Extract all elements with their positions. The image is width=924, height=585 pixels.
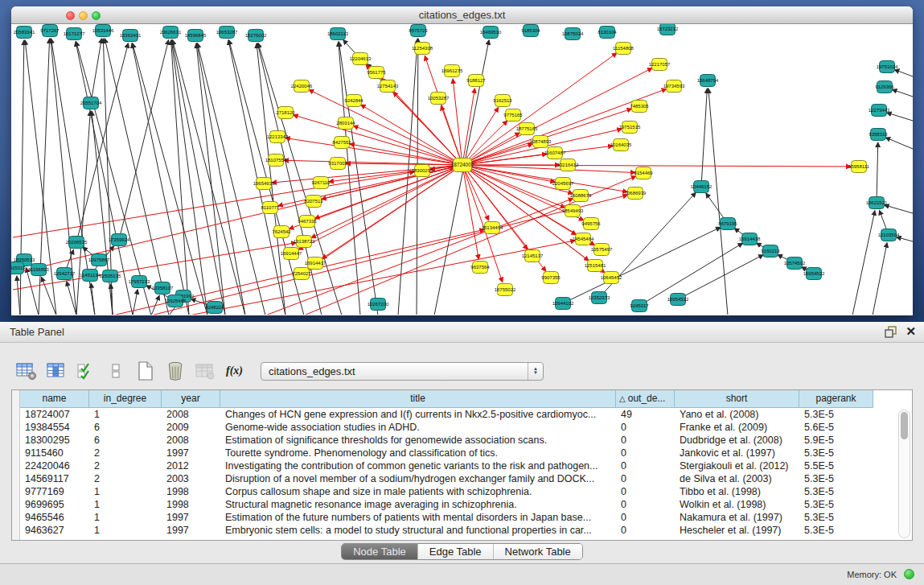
graph-node[interactable]: 9242844 bbox=[344, 95, 363, 107]
graph-node[interactable]: 9248224 bbox=[205, 302, 224, 314]
graph-node[interactable]: 18300295 bbox=[412, 165, 433, 177]
graph-node[interactable]: 9162513 bbox=[493, 95, 512, 107]
graph-edge[interactable] bbox=[171, 40, 207, 315]
graph-node[interactable]: 9467335 bbox=[298, 216, 317, 228]
graph-node[interactable]: 9245017 bbox=[630, 300, 649, 312]
graph-node[interactable]: 9915013 bbox=[11, 262, 26, 274]
graph-node[interactable]: 12505135 bbox=[100, 270, 121, 282]
graph-edge[interactable] bbox=[91, 39, 101, 103]
function-builder-icon[interactable]: f(x) bbox=[220, 359, 249, 383]
column-header-in-degree[interactable]: in_degree bbox=[89, 390, 162, 408]
graph-edge[interactable] bbox=[133, 43, 207, 315]
graph-node[interactable]: 12352373 bbox=[589, 292, 610, 304]
graph-node[interactable]: 13216412 bbox=[557, 159, 579, 171]
graph-edge[interactable] bbox=[353, 126, 462, 165]
graph-node[interactable]: 2718120 bbox=[276, 107, 295, 119]
graph-node[interactable]: 10653287 bbox=[216, 27, 238, 39]
column-header-pagerank[interactable]: pagerank bbox=[799, 390, 873, 408]
graph-node[interactable]: 12103504 bbox=[878, 229, 900, 241]
graph-node[interactable]: 9495756 bbox=[581, 218, 601, 230]
graph-node[interactable]: 22045697 bbox=[552, 178, 574, 190]
graph-edge[interactable] bbox=[119, 40, 169, 240]
tab-edge-table[interactable]: Edge Table bbox=[418, 544, 494, 559]
column-header-name[interactable]: name bbox=[20, 390, 89, 408]
table-row[interactable]: 969969511998Structural magnetic resonanc… bbox=[20, 498, 912, 511]
table-vertical-scrollbar[interactable] bbox=[898, 410, 910, 538]
graph-node[interactable]: 16469510 bbox=[480, 27, 502, 39]
graph-node[interactable]: 18775165 bbox=[516, 123, 538, 135]
graph-node[interactable]: 9129366 bbox=[875, 81, 894, 93]
graph-edge[interactable] bbox=[462, 165, 565, 208]
tab-node-table[interactable]: Node Table bbox=[342, 544, 418, 559]
graph-node[interactable]: 16961275 bbox=[441, 65, 463, 77]
graph-edge[interactable] bbox=[678, 255, 763, 299]
column-header-year[interactable]: year bbox=[162, 390, 220, 408]
column-header-out-degree[interactable]: △out_de... bbox=[616, 390, 675, 408]
graph-edge[interactable] bbox=[892, 89, 913, 97]
graph-node[interactable]: 7624542 bbox=[272, 226, 291, 238]
graph-node[interactable]: 14596845 bbox=[185, 30, 207, 42]
graph-node[interactable]: 9717267 bbox=[40, 25, 60, 37]
graph-node[interactable]: 15723212 bbox=[657, 24, 679, 35]
graph-node[interactable]: 12515481 bbox=[585, 260, 606, 272]
graph-node[interactable]: 11154808 bbox=[613, 43, 634, 55]
graph-hub-node[interactable]: 18724007 bbox=[451, 159, 474, 172]
network-view-window[interactable]: citations_edges.txt 18724007183002952242… bbox=[11, 6, 913, 315]
network-graph[interactable]: 1872400718300295224200462718120122133431… bbox=[11, 24, 913, 315]
graph-node[interactable]: 11451134 bbox=[80, 270, 101, 282]
table-row[interactable]: 2242004622012Investigating the contribut… bbox=[20, 459, 912, 472]
graph-node[interactable]: 8110777 bbox=[261, 202, 281, 214]
graph-node[interactable]: 12145137 bbox=[522, 250, 544, 262]
table-row[interactable]: 1872400712008Changes of HCN gene express… bbox=[20, 408, 912, 421]
table-row[interactable]: 1830029562008Estimation of significance … bbox=[20, 434, 912, 447]
graph-node[interactable]: 20551704 bbox=[80, 97, 102, 109]
graph-node[interactable]: 10531446 bbox=[92, 25, 114, 37]
graph-edge[interactable] bbox=[852, 211, 875, 315]
graph-node[interactable]: 10645452 bbox=[601, 272, 622, 284]
graph-node[interactable]: 7254027 bbox=[292, 268, 311, 280]
graph-node[interactable]: 12273443 bbox=[869, 105, 890, 117]
graph-node[interactable]: 10686939 bbox=[625, 187, 647, 200]
graph-edge[interactable] bbox=[228, 40, 285, 315]
table-settings-icon[interactable] bbox=[11, 359, 41, 383]
graph-node[interactable]: 10575497 bbox=[591, 244, 613, 256]
graph-edge[interactable] bbox=[708, 89, 728, 315]
graph-node[interactable]: 20583341 bbox=[14, 27, 35, 39]
graph-node[interactable]: 9907355 bbox=[541, 272, 561, 284]
graph-node[interactable]: 10358107 bbox=[152, 282, 174, 295]
new-column-icon[interactable] bbox=[130, 359, 160, 383]
graph-edge[interactable] bbox=[462, 165, 851, 167]
table-row[interactable]: 946554611997Estimation of the future num… bbox=[20, 511, 912, 524]
memory-status-icon[interactable] bbox=[904, 569, 914, 579]
graph-node[interactable]: 9358333 bbox=[869, 129, 888, 141]
tab-network-table[interactable]: Network Table bbox=[494, 544, 582, 559]
graph-node[interactable]: 10053287 bbox=[428, 93, 450, 105]
graph-node[interactable]: 19734593 bbox=[663, 80, 685, 93]
show-columns-icon[interactable] bbox=[41, 359, 71, 383]
graph-node[interactable]: 19751515 bbox=[619, 122, 641, 134]
column-header-short[interactable]: short bbox=[675, 390, 799, 408]
graph-node[interactable]: 9188127 bbox=[466, 75, 486, 87]
graph-node[interactable]: 15276002 bbox=[245, 30, 267, 42]
table-row[interactable]: 946362711997Embryonic stem cells: a mode… bbox=[20, 524, 912, 537]
row-height-icon[interactable] bbox=[101, 359, 130, 383]
graph-edge[interactable] bbox=[894, 70, 913, 76]
graph-node[interactable]: 9154469 bbox=[634, 167, 653, 179]
graph-node[interactable]: 16755022 bbox=[495, 284, 516, 296]
graph-edge[interactable] bbox=[885, 138, 913, 149]
graph-node[interactable]: 15134454 bbox=[482, 222, 503, 234]
graph-node[interactable]: 10267200 bbox=[368, 299, 389, 311]
graph-edge[interactable] bbox=[294, 115, 462, 165]
graph-node[interactable]: 12204613 bbox=[350, 53, 372, 65]
graph-edge[interactable] bbox=[639, 243, 742, 306]
window-titlebar[interactable]: citations_edges.txt bbox=[11, 6, 913, 24]
graph-node[interactable]: 20626631 bbox=[160, 27, 182, 39]
graph-edge[interactable] bbox=[462, 107, 499, 165]
graph-edge[interactable] bbox=[197, 43, 265, 315]
graph-edge[interactable] bbox=[322, 165, 462, 258]
graph-node[interactable]: 9267110 bbox=[312, 177, 331, 189]
scrollbar-thumb[interactable] bbox=[901, 412, 908, 439]
graph-edge[interactable] bbox=[885, 205, 913, 213]
graph-node[interactable]: 10446152 bbox=[691, 181, 713, 193]
graph-edge[interactable] bbox=[877, 142, 878, 203]
